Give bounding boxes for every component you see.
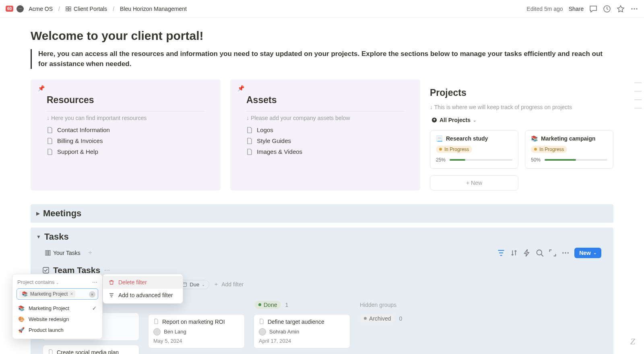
share-button[interactable]: Share (569, 6, 584, 12)
status-done-pill[interactable]: Done (254, 301, 281, 309)
watermark: Z (630, 336, 635, 347)
assets-card: 📌 Assets ↓ Please add your company asset… (230, 79, 420, 190)
resources-hint: ↓ Here you can find important resources (47, 115, 209, 121)
comments-icon[interactable] (589, 5, 597, 13)
new-task-button[interactable]: New⌄ (574, 248, 601, 258)
add-filter-button[interactable]: ＋ Add filter (213, 281, 244, 288)
chip-emoji: 📚 (22, 291, 28, 297)
new-project-button[interactable]: + New (430, 175, 518, 190)
page-title: Welcome to your client portal! (31, 29, 613, 43)
menu-toggle-badge[interactable]: 60 (6, 6, 13, 12)
updates-clock-icon[interactable] (603, 5, 611, 13)
avatar (153, 328, 161, 335)
kanban-board: marketing Create social media plan . Rep… (43, 300, 601, 354)
card-date-label: May 5, 2024 (153, 338, 239, 344)
page-icon (153, 319, 159, 324)
board-card-roi[interactable]: Report on marketing ROI Ben Lang May 5, … (148, 314, 245, 348)
resources-title: Resources (47, 95, 209, 106)
search-icon[interactable] (536, 249, 544, 257)
col-count: 0 (399, 315, 402, 322)
page-icon (47, 127, 53, 133)
project-emoji: 📚 (531, 135, 538, 142)
pinned-row: 📌 Resources ↓ Here you can find importan… (31, 79, 613, 190)
bolt-icon[interactable] (523, 249, 531, 257)
ctx-delete-filter[interactable]: Delete filter (103, 276, 183, 289)
svg-point-13 (562, 252, 564, 254)
meetings-toggle[interactable]: ▶ Meetings (31, 204, 613, 223)
board-hidden-groups: Hidden groups Archived0 (359, 300, 440, 328)
workspace-logo-icon[interactable]: ⋯ (17, 5, 24, 12)
status-pill: In Progress (436, 146, 472, 153)
resource-item-contact[interactable]: Contact Information (42, 124, 209, 135)
asset-item-style-guides[interactable]: Style Guides (242, 135, 409, 146)
page-icon (246, 149, 253, 155)
selected-value-chip[interactable]: 📚 Marketing Project × (19, 290, 75, 298)
filter-value-input[interactable]: 📚 Marketing Project × × (17, 288, 98, 300)
caret-down-icon: ▼ (36, 234, 41, 240)
board-card-audience[interactable]: Define target audience Sohrab Amin April… (254, 314, 350, 348)
sort-icon[interactable] (510, 249, 518, 257)
board-card-social-media[interactable]: Create social media plan (43, 345, 139, 354)
filter-property-label: Project (17, 279, 33, 285)
svg-rect-10 (47, 250, 49, 255)
breadcrumb-acme-os[interactable]: Acme OS (27, 5, 54, 13)
filter-option-website-redesign[interactable]: 🎨 Website redesign (12, 314, 102, 325)
more-menu-icon[interactable] (630, 5, 638, 13)
ctx-delete-label: Delete filter (118, 279, 147, 286)
page-outline-toc[interactable]: ———— (634, 78, 642, 112)
topbar-right: Edited 5m ago Share (526, 5, 638, 13)
clear-input-icon[interactable]: × (89, 291, 95, 298)
page-icon (246, 127, 253, 133)
svg-point-14 (565, 252, 566, 254)
favorite-star-icon[interactable] (617, 5, 625, 13)
chevron-down-icon: ⌄ (202, 282, 205, 287)
filter-option-product-launch[interactable]: 🚀 Product launch (12, 325, 102, 335)
asset-item-logos[interactable]: Logos (242, 124, 409, 135)
option-label: Marketing Project (29, 305, 69, 311)
filter-option-marketing-project[interactable]: 📚 Marketing Project ✓ (12, 303, 102, 314)
progress-pct: 25% (436, 157, 446, 163)
filter-icon[interactable] (497, 249, 505, 257)
all-projects-view-tab[interactable]: All Projects ⌄ (430, 116, 478, 124)
resource-item-support[interactable]: Support & Help (42, 146, 209, 157)
svg-point-6 (634, 8, 635, 9)
status-label: In Progress (444, 147, 469, 152)
col-new-button[interactable]: ＋ New (254, 352, 350, 354)
svg-point-12 (537, 250, 542, 255)
meetings-title: Meetings (43, 208, 81, 219)
asset-label: Style Guides (257, 137, 291, 144)
breadcrumb-client-portals-label: Client Portals (74, 6, 107, 12)
expand-icon[interactable] (549, 249, 557, 257)
asset-label: Logos (257, 126, 273, 133)
f-due-label: Due (190, 282, 199, 288)
add-view-button[interactable]: ＋ (87, 248, 93, 257)
more-icon[interactable] (561, 249, 570, 257)
breadcrumb-client-portals[interactable]: Client Portals (64, 5, 109, 13)
svg-rect-11 (49, 250, 50, 255)
resource-item-billing[interactable]: Billing & Invoices (42, 135, 209, 146)
ctx-advanced-filter[interactable]: Add to advanced filter (103, 289, 183, 302)
hidden-groups-label[interactable]: Hidden groups (360, 302, 396, 308)
tasks-toggle[interactable]: ▼ Tasks (31, 228, 613, 246)
avatar (259, 328, 266, 335)
project-name: Research study (446, 135, 488, 142)
board-col-2: . Report on marketing ROI Ben Lang May 5… (148, 300, 245, 354)
asset-item-images[interactable]: Images & Videos (242, 146, 409, 157)
status-dot-icon (534, 148, 537, 151)
project-card-marketing[interactable]: 📚Marketing campaign In Progress 50% (525, 130, 613, 169)
option-emoji: 🎨 (18, 316, 25, 322)
team-tasks-more-icon[interactable]: ⋯ (104, 267, 110, 273)
option-label: Website redesign (29, 316, 69, 322)
breadcrumb-current-page[interactable]: Bleu Horizon Management (118, 5, 188, 13)
your-tasks-tab[interactable]: Your Tasks (43, 248, 83, 258)
page-intro-quote: Here, you can access all the resources a… (31, 49, 613, 69)
filter-more-icon[interactable]: ⋯ (92, 279, 97, 285)
status-archived-pill[interactable]: Archived (360, 315, 395, 323)
col-new-button[interactable]: ＋ New (148, 352, 245, 354)
projects-section: Projects ↓ This is where we will keep tr… (430, 79, 613, 190)
svg-rect-9 (45, 250, 47, 255)
filter-operator-select[interactable]: contains ⌄ (35, 279, 59, 285)
chip-remove-icon[interactable]: × (70, 291, 73, 297)
project-card-research[interactable]: 📃Research study In Progress 25% (430, 130, 518, 169)
projects-title: Projects (430, 87, 613, 98)
